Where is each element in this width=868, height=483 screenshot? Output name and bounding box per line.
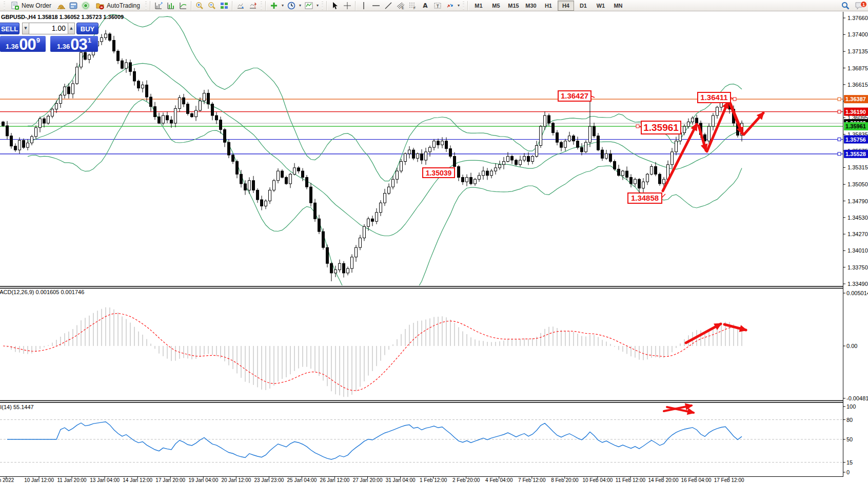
add-indicator-icon[interactable] [268, 1, 280, 11]
chat-icon[interactable]: 1 [852, 1, 867, 11]
svg-text:1.35050: 1.35050 [847, 181, 868, 187]
chart-shift-icon[interactable] [247, 1, 259, 11]
terminal-window-icon[interactable] [67, 1, 80, 11]
sell-price-pip: 9 [36, 36, 40, 44]
text-tool-icon[interactable]: A [419, 1, 431, 11]
svg-text:10 Jan 12:00: 10 Jan 12:00 [24, 477, 54, 483]
svg-text:26 Jan 12:00: 26 Jan 12:00 [320, 477, 350, 483]
autotrading-button[interactable]: AutoTrading [92, 1, 144, 11]
timeframe-button-h4[interactable]: H4 [558, 1, 574, 11]
svg-text:2 Feb 20:00: 2 Feb 20:00 [452, 477, 480, 483]
chart-canvas[interactable]: 1.376601.374001.371351.368751.366151.363… [0, 0, 868, 483]
svg-text:1.35961: 1.35961 [643, 122, 679, 133]
horizontal-line-tool-icon[interactable] [370, 1, 382, 11]
svg-text:F: F [413, 6, 416, 10]
svg-text:16 Feb 04:00: 16 Feb 04:00 [681, 477, 712, 483]
sell-button[interactable]: SELL [0, 23, 19, 34]
period-caret[interactable]: ▾ [298, 3, 303, 8]
sell-price-prefix: 1.36 [6, 43, 18, 50]
signal-icon[interactable] [80, 1, 92, 11]
volume-input[interactable] [29, 23, 68, 34]
buy-price-big: 03 [70, 37, 87, 52]
svg-text:1.34010: 1.34010 [847, 247, 868, 254]
svg-text:14 Feb 20:00: 14 Feb 20:00 [648, 477, 679, 483]
zoom-in-icon[interactable] [193, 1, 206, 11]
channel-tool-icon[interactable]: E [394, 1, 407, 11]
svg-text:1.34858: 1.34858 [631, 194, 659, 202]
vertical-line-tool-icon[interactable] [358, 1, 370, 11]
timeframe-button-w1[interactable]: W1 [593, 1, 609, 11]
sell-price-display[interactable]: 1.36 00 9 [0, 36, 46, 52]
timeframe-button-m5[interactable]: M5 [488, 1, 504, 11]
deposit-icon[interactable] [55, 1, 67, 11]
label-tool-icon[interactable]: T [431, 1, 444, 11]
template-icon[interactable] [303, 1, 315, 11]
svg-text:50: 50 [846, 436, 853, 442]
one-click-trading-panel: SELL ▼ ▲ BUY 1.36 00 9 1.36 03 1 [0, 23, 98, 52]
svg-text:1.37400: 1.37400 [847, 31, 868, 37]
svg-text:1.35315: 1.35315 [847, 164, 868, 170]
svg-text:31 Jan 04:00: 31 Jan 04:00 [386, 477, 416, 483]
cursor-tool-icon[interactable] [329, 1, 341, 11]
timeframe-button-m30[interactable]: M30 [523, 1, 539, 11]
add-indicator-caret[interactable]: ▾ [280, 3, 285, 8]
new-order-label: New Order [22, 2, 51, 9]
timeframe-button-m15[interactable]: M15 [505, 1, 522, 11]
svg-text:1.34530: 1.34530 [847, 215, 868, 221]
svg-text:8 Feb 20:00: 8 Feb 20:00 [551, 477, 579, 483]
timeframe-button-mn[interactable]: MN [610, 1, 626, 11]
new-order-icon [10, 1, 19, 11]
indicator-list-icon[interactable] [152, 1, 165, 11]
trendline-tool-icon[interactable] [382, 1, 394, 11]
crosshair-tool-icon[interactable] [341, 1, 353, 11]
svg-text:4 Feb 04:00: 4 Feb 04:00 [485, 477, 513, 483]
period-clock-icon[interactable] [285, 1, 298, 11]
buy-price-display[interactable]: 1.36 03 1 [50, 36, 98, 52]
volume-down-button[interactable]: ▼ [22, 23, 29, 34]
arrows-tool-icon[interactable] [444, 1, 456, 11]
svg-text:17 Jan 20:00: 17 Jan 20:00 [155, 477, 185, 483]
buy-price-prefix: 1.36 [57, 43, 70, 50]
svg-text:T: T [436, 3, 439, 8]
volume-up-button[interactable]: ▲ [68, 23, 75, 34]
svg-text:10 Feb 04:00: 10 Feb 04:00 [582, 477, 613, 483]
fibonacci-tool-icon[interactable]: F [407, 1, 419, 11]
svg-text:11 Feb 12:00: 11 Feb 12:00 [616, 477, 646, 483]
svg-text:RSI(14) 55.1447: RSI(14) 55.1447 [0, 404, 34, 410]
svg-text:-0.004812: -0.004812 [846, 395, 868, 401]
template-caret[interactable]: ▾ [315, 3, 320, 8]
notification-badge[interactable]: 1 [860, 1, 867, 8]
svg-text:7 Feb 12:00: 7 Feb 12:00 [518, 477, 546, 483]
tile-windows-icon[interactable] [218, 1, 230, 11]
svg-text:23 Jan 23:00: 23 Jan 23:00 [254, 477, 284, 483]
svg-text:1.34270: 1.34270 [847, 231, 868, 237]
zoom-out-icon[interactable] [206, 1, 218, 11]
svg-text:19 Jan 04:00: 19 Jan 04:00 [188, 477, 218, 483]
timeframe-button-h1[interactable]: H1 [540, 1, 557, 11]
new-order-button[interactable]: New Order [7, 1, 55, 11]
svg-text:0.005014: 0.005014 [846, 290, 868, 296]
indicator-line-icon[interactable] [177, 1, 189, 11]
svg-text:0: 0 [846, 469, 850, 475]
svg-text:80: 80 [846, 417, 853, 423]
svg-text:1.36875: 1.36875 [847, 65, 868, 71]
buy-button[interactable]: BUY [76, 23, 98, 34]
svg-text:27 Jan 20:00: 27 Jan 20:00 [353, 477, 383, 483]
search-icon[interactable] [839, 1, 852, 11]
toolbar-grip [4, 2, 5, 10]
svg-text:14 Jan 12:00: 14 Jan 12:00 [123, 477, 152, 483]
chart-title: GBPUSD-,H4 1.35818 1.36052 1.35723 1.360… [1, 14, 124, 20]
timeframe-button-d1[interactable]: D1 [575, 1, 591, 11]
svg-text:100: 100 [846, 403, 856, 410]
svg-text:25 Jan 04:00: 25 Jan 04:00 [287, 477, 317, 483]
indicator-window-icon[interactable] [165, 1, 177, 11]
svg-text:1.34790: 1.34790 [847, 198, 868, 204]
svg-text:13 Jan 04:00: 13 Jan 04:00 [90, 477, 120, 483]
svg-text:1.36615: 1.36615 [847, 82, 868, 88]
arrows-tool-caret[interactable]: ▾ [456, 3, 461, 8]
svg-text:11 Jan 20:00: 11 Jan 20:00 [57, 477, 87, 483]
svg-text:1.36427: 1.36427 [561, 91, 588, 100]
auto-scroll-icon[interactable] [234, 1, 247, 11]
svg-text:1.37135: 1.37135 [847, 48, 868, 54]
timeframe-button-m1[interactable]: M1 [470, 1, 487, 11]
